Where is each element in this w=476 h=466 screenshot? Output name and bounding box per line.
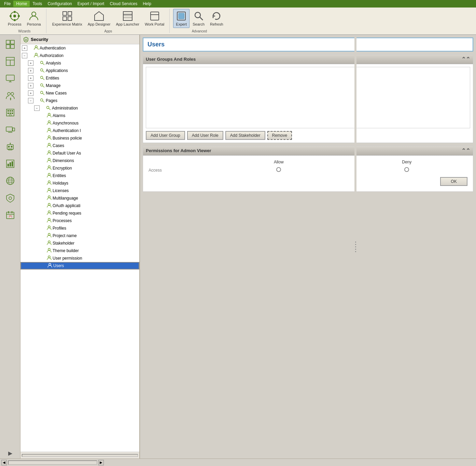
menu-tools[interactable]: Tools: [30, 1, 45, 7]
person-icon-authentication-i: [47, 128, 52, 134]
sidebar-expand-btn[interactable]: ▶: [2, 449, 18, 457]
svg-line-78: [43, 86, 45, 87]
svg-rect-8: [68, 12, 72, 15]
sidebar-icon-shield[interactable]: [2, 190, 18, 206]
add-stakeholder-button[interactable]: Add Stakeholder: [225, 131, 265, 140]
tree-item-multilanguage[interactable]: Multilanguage: [20, 194, 139, 202]
tree-item-new-cases[interactable]: + New Cases: [20, 89, 139, 97]
tree-item-dimensions[interactable]: Dimensions: [20, 157, 139, 164]
add-user-role-button[interactable]: Add User Role: [187, 131, 223, 140]
sidebar-icon-building[interactable]: [2, 104, 18, 121]
tree-item-administration[interactable]: − Administration: [20, 104, 139, 112]
ok-button[interactable]: OK: [440, 177, 467, 186]
allow-radio-access[interactable]: [276, 167, 281, 172]
permissions-collapse-btn[interactable]: ⌃⌃: [461, 147, 470, 154]
tree-item-encryption[interactable]: Encryption: [20, 164, 139, 172]
person-icon-stakeholder: [47, 241, 52, 246]
tree-item-analysis[interactable]: + Analysis: [20, 59, 139, 67]
scroll-right-btn[interactable]: ▶: [98, 460, 104, 465]
tree-item-default-user-as[interactable]: Default User As: [20, 149, 139, 157]
sidebar-icon-wizard[interactable]: [2, 36, 18, 53]
menu-cloud-services[interactable]: Cloud Services: [107, 1, 140, 7]
tree-item-pending-reques[interactable]: Pending reques: [20, 209, 139, 217]
expand-administration[interactable]: −: [34, 105, 40, 111]
tree-item-pages[interactable]: − Pages: [20, 97, 139, 104]
tree-item-asynchronous[interactable]: Asynchronous: [20, 119, 139, 127]
tree-item-theme-builder[interactable]: Theme builder: [20, 247, 139, 254]
tree-item-profiles[interactable]: Profiles: [20, 224, 139, 232]
permissions-panel: Permissions for Admon Viewer ⌃⌃ Allow De…: [143, 146, 473, 192]
toolbar-btn-experience-matrix[interactable]: Experience Matrix: [50, 9, 85, 28]
deny-radio-access[interactable]: [404, 167, 409, 172]
person-icon-multilanguage: [47, 195, 52, 201]
expand-analysis[interactable]: +: [28, 60, 33, 66]
sidebar-icon-chart[interactable]: [2, 156, 18, 172]
sidebar-icon-screen[interactable]: [2, 70, 18, 87]
expand-applications[interactable]: +: [28, 68, 33, 73]
toolbar-btn-app-launcher[interactable]: App Launcher: [113, 9, 142, 28]
tree-item-user-permission[interactable]: User permission: [20, 254, 139, 262]
tree-item-alarms[interactable]: Alarms: [20, 112, 139, 119]
menu-export-import[interactable]: Export / Import: [75, 1, 107, 7]
toolbar-btn-search[interactable]: Search: [190, 9, 207, 28]
tree-bottom-bar: [20, 452, 139, 458]
sidebar-icon-device[interactable]: [2, 121, 18, 138]
tree-item-project-name[interactable]: Project name: [20, 232, 139, 239]
sidebar-icon-globe[interactable]: [2, 173, 18, 189]
menu-home[interactable]: Home: [13, 1, 30, 7]
sidebar-icon-calendar[interactable]: ⏰: [2, 207, 18, 223]
menu-file[interactable]: File: [1, 1, 13, 7]
expand-new-cases[interactable]: +: [28, 90, 33, 96]
remove-button[interactable]: Remove: [267, 131, 292, 140]
svg-rect-22: [6, 40, 10, 44]
content-area: Users User Groups And Roles ⌃⌃ Add User …: [140, 35, 476, 458]
toolbar-btn-expert[interactable]: Expert: [173, 9, 190, 28]
user-groups-collapse-btn[interactable]: ⌃⌃: [461, 56, 470, 62]
scroll-left-btn[interactable]: ◀: [1, 460, 7, 465]
key-icon-applications: [40, 68, 45, 74]
tree-item-entities[interactable]: + Entities: [20, 74, 139, 82]
expand-pages[interactable]: −: [28, 98, 33, 103]
svg-point-88: [48, 136, 50, 138]
process-icon: [9, 11, 20, 21]
toolbar-btn-process[interactable]: Process: [5, 9, 24, 28]
svg-point-33: [11, 92, 14, 95]
expand-manage[interactable]: +: [28, 83, 33, 88]
toolbar-btn-persona[interactable]: Persona: [25, 9, 43, 28]
person-icon-user-permission: [47, 256, 52, 261]
tree-label-applications: Applications: [46, 68, 68, 73]
tree-item-applications[interactable]: + Applications: [20, 67, 139, 74]
tree-item-holidays[interactable]: Holidays: [20, 179, 139, 187]
tree-label-default-user-as: Default User As: [53, 151, 81, 156]
svg-point-51: [10, 143, 11, 144]
tree-item-authentication-i[interactable]: Authentication I: [20, 127, 139, 134]
expand-authorization[interactable]: −: [22, 53, 27, 58]
sidebar-icon-users[interactable]: [2, 87, 18, 104]
sidebar-icon-robot[interactable]: [2, 139, 18, 155]
expand-entities[interactable]: +: [28, 75, 33, 81]
expert-label: Expert: [176, 22, 187, 26]
svg-line-74: [43, 71, 45, 72]
tree-item-entities-sub[interactable]: Entities: [20, 172, 139, 179]
tree-item-processes[interactable]: Processes: [20, 217, 139, 224]
expand-authentication[interactable]: +: [22, 45, 27, 51]
sidebar-icon-layout[interactable]: [2, 53, 18, 70]
tree-item-cases[interactable]: Cases: [20, 142, 139, 149]
toolbar-btn-refresh[interactable]: Refresh: [208, 9, 226, 28]
tree-item-oauth-applicati[interactable]: OAuth applicati: [20, 202, 139, 209]
menu-configuration[interactable]: Configuration: [45, 1, 74, 7]
tree-item-licenses[interactable]: Licenses: [20, 187, 139, 194]
key-icon-administration: [46, 105, 51, 111]
toolbar-btn-app-designer[interactable]: App Designer: [85, 9, 113, 28]
tree-item-authorization[interactable]: − Authorization: [20, 52, 139, 59]
tree-scroll[interactable]: + Authentication − Authorization +: [20, 44, 139, 452]
tree-item-business-policie[interactable]: Business policie: [20, 134, 139, 142]
tree-item-manage[interactable]: + Manage: [20, 82, 139, 89]
tree-item-users[interactable]: Users: [20, 262, 139, 270]
toolbar-btn-work-portal[interactable]: Work Portal: [142, 9, 167, 28]
menu-help[interactable]: Help: [140, 1, 154, 7]
add-user-group-button[interactable]: Add User Group: [146, 131, 185, 140]
tree-item-stakeholder[interactable]: Stakeholder: [20, 239, 139, 247]
tree-item-authentication[interactable]: + Authentication: [20, 44, 139, 52]
tree-label-dimensions: Dimensions: [53, 158, 74, 163]
